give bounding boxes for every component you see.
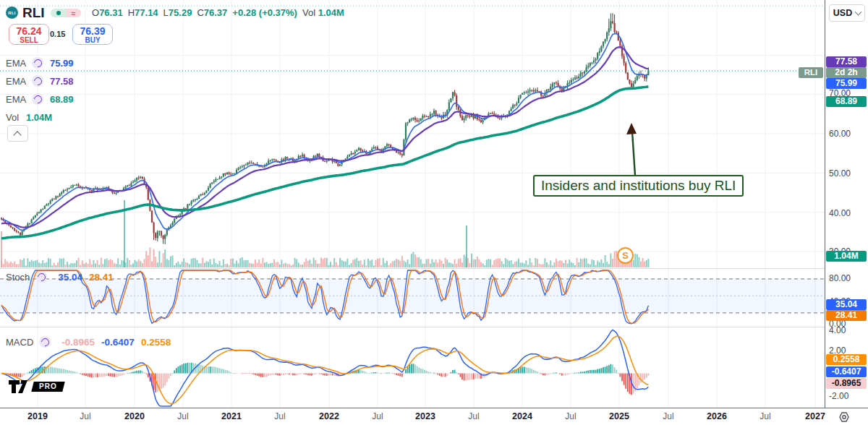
legend-ema-fast[interactable]: EMA 75.99 xyxy=(6,56,74,69)
chevron-down-icon xyxy=(855,9,862,16)
sell-price: 76.24 xyxy=(9,26,48,37)
stoch-k-axis-badge: 35.04 xyxy=(826,299,867,310)
pane-separator[interactable] xyxy=(0,327,868,327)
symbol-title: RLI xyxy=(22,5,45,21)
symbol-logo: RLI xyxy=(6,7,18,19)
low-key: L xyxy=(163,7,169,18)
approx-data-icon: ≈ xyxy=(66,9,81,17)
time-axis-label: Jul xyxy=(459,411,488,421)
legend-ema-mid[interactable]: EMA 77.58 xyxy=(6,74,74,87)
axis-tick-label: 80.00 xyxy=(829,273,865,283)
macd-line-axis-badge: -0.6407 xyxy=(826,366,867,377)
ema-slow-value: 68.89 xyxy=(50,94,74,105)
ema-label: EMA xyxy=(6,76,32,87)
macd-label: MACD xyxy=(6,337,33,348)
spread-value: 0.15 xyxy=(50,30,65,38)
annotation-callout[interactable]: Insiders and institutions buy RLI xyxy=(533,175,744,197)
macd-signal-axis-badge: 0.2558 xyxy=(826,354,867,365)
price-axis[interactable]: USD 77.58 2d 2h 75.99 68.89 1.04M 35.04 … xyxy=(825,0,868,408)
open-value: 76.31 xyxy=(99,7,123,18)
volume-axis-badge: 1.04M xyxy=(826,251,867,262)
axis-settings-gear-icon[interactable] xyxy=(838,411,851,424)
change-value: +0.28 (+0.37%) xyxy=(232,7,297,18)
stoch-d-value: 28.41 xyxy=(89,272,114,283)
high-value: 77.14 xyxy=(135,7,158,18)
axis-tick-label: 4.00 xyxy=(829,325,865,335)
ema-label: EMA xyxy=(6,58,32,69)
collapse-legend-button[interactable] xyxy=(7,125,28,142)
buy-price: 76.39 xyxy=(73,26,112,37)
ema-slow-axis-badge: 68.89 xyxy=(826,96,867,107)
axis-tick-label: -2.00 xyxy=(829,391,865,401)
time-axis-label: Jul xyxy=(169,411,197,421)
refresh-icon[interactable] xyxy=(32,75,43,87)
refresh-icon[interactable] xyxy=(32,93,43,105)
macd-hist-axis-badge: -0.8965 xyxy=(826,378,867,389)
ema-fast-axis-badge: 75.99 xyxy=(826,78,867,89)
symbol-axis-badge: RLI xyxy=(799,67,823,78)
time-axis-label: Jul xyxy=(751,411,780,421)
refresh-icon[interactable] xyxy=(32,57,43,69)
macd-hist-value: -0.8965 xyxy=(61,337,95,348)
time-axis-label: Jul xyxy=(556,411,585,421)
chevron-up-icon xyxy=(13,131,21,139)
buy-label: BUY xyxy=(73,37,112,44)
macd-line-value: -0.6407 xyxy=(101,337,135,348)
time-axis-label: Jul xyxy=(265,411,294,421)
axis-tick-label: 50.00 xyxy=(829,168,865,179)
stoch-label: Stoch xyxy=(6,272,30,283)
time-axis[interactable]: 2019Jul2020Jul2021Jul2022Jul2023Jul2024J… xyxy=(0,408,868,425)
axis-tick-label: 60.00 xyxy=(829,129,865,139)
split-event-marker[interactable]: S xyxy=(617,247,634,264)
low-value: 75.29 xyxy=(169,7,192,18)
time-axis-label: 2025 xyxy=(605,411,634,421)
time-axis-label: 2027 xyxy=(801,411,830,421)
ema-mid-axis-badge: 77.58 xyxy=(826,56,867,67)
time-axis-label: 2019 xyxy=(23,411,52,421)
time-axis-label: 2020 xyxy=(120,411,149,421)
tradingview-mark-icon xyxy=(9,380,30,393)
close-key: C xyxy=(197,7,203,18)
vol-label: Vol xyxy=(6,112,26,123)
time-axis-label: 2021 xyxy=(217,411,246,421)
stoch-k-value: 35.04 xyxy=(58,272,82,283)
open-key: O xyxy=(92,7,99,18)
stoch-d-axis-badge: 28.41 xyxy=(826,310,867,321)
legend-macd[interactable]: MACD -0.8965 -0.6407 0.2558 xyxy=(6,335,177,348)
currency-selector[interactable]: USD xyxy=(829,4,865,22)
ohlc-readout: O76.31H77.14L75.29C76.37+0.28 (+0.37%)Vo… xyxy=(92,7,349,18)
ema-mid-value: 77.58 xyxy=(50,76,74,87)
time-axis-label: 2023 xyxy=(411,411,440,421)
market-open-dot-icon xyxy=(51,9,66,17)
ema-fast-value: 75.99 xyxy=(50,58,74,69)
currency-label: USD xyxy=(833,8,852,18)
tradingview-logo[interactable]: PRO xyxy=(9,380,64,393)
volume-key: Vol xyxy=(302,7,315,18)
vol-value: 1.04M xyxy=(26,112,52,123)
axis-tick-label: 40.00 xyxy=(829,208,865,218)
refresh-icon[interactable] xyxy=(35,271,47,283)
market-status-pills[interactable]: ≈ xyxy=(51,9,81,17)
time-axis-label: 2022 xyxy=(315,411,344,421)
pane-separator[interactable] xyxy=(0,268,868,269)
sell-button[interactable]: 76.24 SELL xyxy=(9,24,49,45)
time-axis-label: Jul xyxy=(654,411,683,421)
time-axis-label: 2026 xyxy=(702,411,731,421)
high-key: H xyxy=(128,7,135,18)
close-value: 76.37 xyxy=(204,7,228,18)
pro-badge: PRO xyxy=(31,382,64,392)
buy-button[interactable]: 76.39 BUY xyxy=(72,24,113,45)
time-axis-label: 2024 xyxy=(508,411,537,421)
volume-value: 1.04M xyxy=(318,7,344,18)
macd-signal-value: 0.2558 xyxy=(141,337,171,348)
legend-stoch[interactable]: Stoch 35.04 28.41 xyxy=(6,270,120,283)
trading-chart-app: RLI RLI ≈ O76.31H77.14L75.29C76.37+0.28 … xyxy=(0,0,868,425)
ema-label: EMA xyxy=(6,94,32,105)
refresh-icon[interactable] xyxy=(39,336,51,348)
time-axis-label: Jul xyxy=(363,411,392,421)
bar-countdown-badge: 2d 2h xyxy=(826,67,867,78)
legend-ema-slow[interactable]: EMA 68.89 xyxy=(6,93,74,106)
legend-volume[interactable]: Vol 1.04M xyxy=(6,111,52,124)
sell-label: SELL xyxy=(9,37,48,44)
time-axis-label: Jul xyxy=(71,411,100,421)
